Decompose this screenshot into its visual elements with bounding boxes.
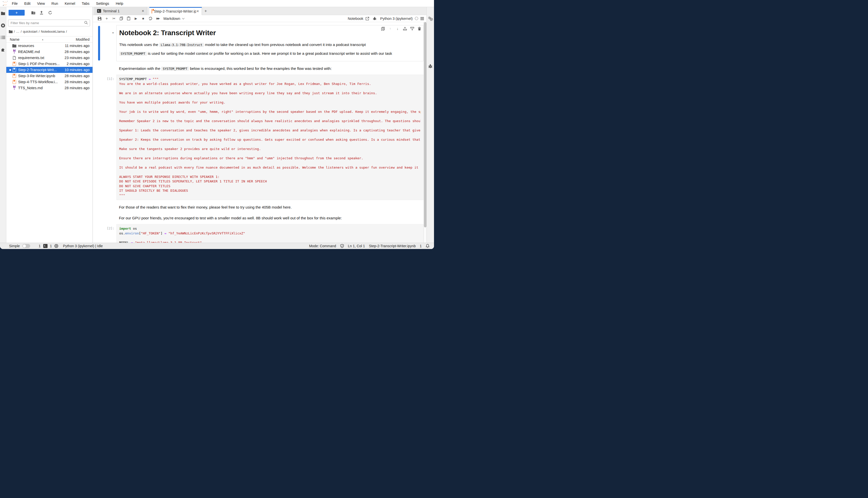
file-list: resources 11 minutes ago M▼ README.md 28… xyxy=(6,43,92,91)
terminal-count[interactable]: 1 xyxy=(39,244,41,248)
restart-run-all-icon[interactable]: ▶▶ xyxy=(154,17,162,20)
upload-icon[interactable] xyxy=(40,11,48,15)
bell-icon[interactable] xyxy=(426,244,430,248)
filter-files-input[interactable] xyxy=(8,19,90,26)
file-row-step2-selected[interactable]: Step-2-Transcript-Writ... 10 minutes ago xyxy=(6,67,92,73)
breadcrumb-dir-notebookllama[interactable]: NotebookLlama xyxy=(41,30,65,34)
collapse-heading-icon[interactable]: ▼ xyxy=(112,32,114,34)
breadcrumb-ellipsis[interactable]: … xyxy=(16,30,20,34)
insert-cell-below-icon[interactable] xyxy=(410,27,414,31)
search-icon xyxy=(84,21,88,25)
kernel-name[interactable]: Python 3 (ipykernel) xyxy=(380,16,413,21)
file-row-step3[interactable]: Step-3-Re-Writer.ipynb 28 minutes ago xyxy=(6,73,92,79)
md-paragraph: Experimentation with the SYSTEM_PROMPT b… xyxy=(119,66,421,71)
insert-cell-above-icon[interactable] xyxy=(403,27,407,31)
add-cell-icon[interactable]: + xyxy=(103,16,111,21)
file-row-resources[interactable]: resources 11 minutes ago xyxy=(6,43,92,49)
file-modified: 28 minutes ago xyxy=(65,80,90,84)
close-tab-icon[interactable]: × xyxy=(196,9,200,14)
file-row-ttsnotes[interactable]: M▼ TTS_Notes.md 28 minutes ago xyxy=(6,85,92,91)
status-bar: Simple 1 $_ 1 Python 3 (ipykernel) | Idl… xyxy=(0,243,434,249)
hamburger-menu-icon[interactable] xyxy=(420,17,424,20)
breadcrumb-dir-quickstart[interactable]: quickstart xyxy=(23,30,37,34)
kernel-status-text[interactable]: Python 3 (ipykernel) | Idle xyxy=(63,244,103,248)
copy-cell-icon[interactable] xyxy=(118,16,125,21)
file-row-readme[interactable]: M▼ README.md 28 minutes ago xyxy=(6,49,92,55)
debugger-sidebar-bug-icon[interactable] xyxy=(428,64,433,68)
markdown-cell-405b[interactable]: For those of the readers that want to fl… xyxy=(93,202,423,211)
menu-tabs[interactable]: Tabs xyxy=(78,1,93,5)
close-tab-icon[interactable]: × xyxy=(141,9,144,13)
home-folder-icon[interactable] xyxy=(9,30,13,33)
tab-label: Terminal 1 xyxy=(103,9,141,13)
save-icon[interactable] xyxy=(96,17,103,21)
menu-bar: File Edit View Run Kernel Tabs Settings … xyxy=(0,0,434,7)
kernel-status-icon[interactable] xyxy=(415,17,418,20)
markdown-cell-title[interactable]: ▼ ↑ ↓ xyxy=(93,25,423,61)
new-launcher-button[interactable]: + xyxy=(9,10,25,16)
tab-step2-notebook[interactable]: Step-2-Transcript-Writer.ip × xyxy=(149,7,202,15)
open-file-dot xyxy=(9,69,11,71)
duplicate-cell-icon[interactable] xyxy=(381,27,385,31)
refresh-icon[interactable] xyxy=(48,11,57,15)
notebook-file-icon xyxy=(12,62,16,66)
paste-cell-icon[interactable] xyxy=(125,16,132,21)
menu-kernel[interactable]: Kernel xyxy=(61,1,78,5)
menu-view[interactable]: View xyxy=(34,1,48,5)
delete-cell-icon[interactable] xyxy=(418,27,421,31)
kernel-chip-icon[interactable] xyxy=(54,244,58,248)
mode-indicator[interactable]: Mode: Command xyxy=(309,244,336,248)
restart-kernel-icon[interactable] xyxy=(147,16,154,21)
notebook-scrollbar[interactable] xyxy=(423,22,426,243)
notification-count[interactable]: 1 xyxy=(420,244,422,248)
file-browser-icon[interactable] xyxy=(1,11,5,16)
file-row-step4[interactable]: Step-4-TTS-Workflow.i... 28 minutes ago xyxy=(6,79,92,85)
run-cell-icon[interactable]: ▶ xyxy=(132,16,140,21)
code-cell-hf-token[interactable]: [2]: import os os.environ["HF_TOKEN"] = … xyxy=(93,224,423,243)
cell-type-dropdown[interactable]: Markdown xyxy=(164,16,184,21)
sort-ascending-icon: ▲ xyxy=(42,38,44,41)
code-cell-system-prompt[interactable]: [1]: SYSTEMP_PROMPT = """ You are the a … xyxy=(93,75,423,200)
md-paragraph: This notebook uses the Llama-3.1-70B-Ins… xyxy=(119,42,421,47)
code-editor[interactable]: import os os.environ["HF_TOKEN"] = "hf_Y… xyxy=(116,224,423,243)
simple-mode-toggle[interactable] xyxy=(22,244,30,248)
stop-kernel-icon[interactable]: ■ xyxy=(140,16,147,21)
move-cell-up-icon[interactable]: ↑ xyxy=(388,27,392,31)
menu-file[interactable]: File xyxy=(9,1,21,5)
cursor-position[interactable]: Ln 1, Col 1 xyxy=(348,244,365,248)
tab-terminal-1[interactable]: $_ Terminal 1 × xyxy=(94,7,147,15)
terminal-badge-icon[interactable]: $_ xyxy=(43,244,48,248)
menu-help[interactable]: Help xyxy=(112,1,127,5)
file-name: Step-1 PDF-Pre-Proces... xyxy=(18,62,65,66)
move-cell-down-icon[interactable]: ↓ xyxy=(396,27,399,31)
menu-edit[interactable]: Edit xyxy=(21,1,34,5)
column-header-name[interactable]: Name xyxy=(10,37,20,41)
menu-settings[interactable]: Settings xyxy=(93,1,112,5)
markdown-cell-gpu-poor[interactable]: For our GPU poor friends, you're encoura… xyxy=(93,213,423,222)
external-link-icon[interactable] xyxy=(366,17,369,21)
file-name: Step-3-Re-Writer.ipynb xyxy=(18,74,63,78)
debugger-bug-icon[interactable] xyxy=(373,16,376,21)
kernel-count[interactable]: 1 xyxy=(50,244,52,248)
left-activity-bar xyxy=(0,7,6,243)
execution-count: [1]: xyxy=(93,75,116,200)
file-row-requirements[interactable]: requirements.txt 23 minutes ago xyxy=(6,55,92,61)
running-kernels-icon[interactable] xyxy=(1,23,5,28)
cut-cell-icon[interactable]: ✂ xyxy=(111,16,118,21)
new-tab-button[interactable]: + xyxy=(202,7,209,15)
execution-count: [2]: xyxy=(93,224,116,243)
main-dock-panel: $_ Terminal 1 × Step-2-Transcript-Writer… xyxy=(93,7,426,243)
cell-toolbar: ↑ ↓ xyxy=(381,27,421,31)
markdown-cell-experimentation[interactable]: Experimentation with the SYSTEM_PROMPT b… xyxy=(93,64,423,72)
new-folder-icon[interactable] xyxy=(31,11,40,15)
extensions-icon[interactable] xyxy=(1,47,5,52)
code-editor[interactable]: SYSTEMP_PROMPT = """ You are the a world… xyxy=(116,75,423,200)
column-header-modified[interactable]: Modified xyxy=(76,37,90,41)
property-inspector-gears-icon[interactable] xyxy=(428,16,433,21)
file-modified: 28 minutes ago xyxy=(65,50,90,54)
scrollbar-thumb[interactable] xyxy=(424,22,426,227)
table-of-contents-icon[interactable] xyxy=(1,35,5,40)
file-row-step1[interactable]: Step-1 PDF-Pre-Proces... 2 minutes ago xyxy=(6,61,92,67)
trust-shield-icon[interactable] xyxy=(340,244,344,248)
menu-run[interactable]: Run xyxy=(48,1,62,5)
